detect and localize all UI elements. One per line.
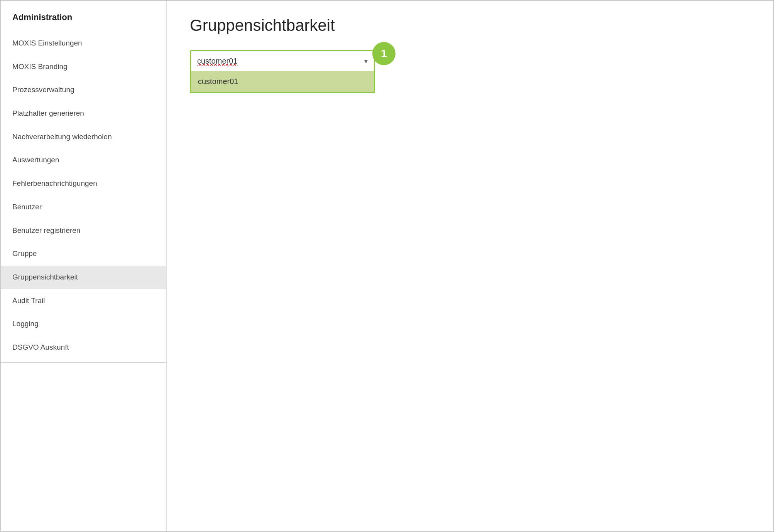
sidebar-item-fehlerbenachrichtigungen[interactable]: Fehlerbenachrichtigungen xyxy=(1,172,166,195)
combo-option[interactable]: customer01 xyxy=(191,71,374,92)
combo-wrapper: ▾ customer01 1 xyxy=(190,50,375,72)
combo-badge: 1 xyxy=(372,42,395,65)
sidebar-item-benutzer[interactable]: Benutzer xyxy=(1,195,166,219)
sidebar-item-logging[interactable]: Logging xyxy=(1,312,166,336)
combo-chevron-icon[interactable]: ▾ xyxy=(358,52,374,71)
combo-dropdown: customer01 xyxy=(190,71,375,93)
sidebar-item-moxis-einstellungen[interactable]: MOXIS Einstellungen xyxy=(1,32,166,55)
app-container: Administration MOXIS EinstellungenMOXIS … xyxy=(0,0,774,532)
sidebar-item-audit-trail[interactable]: Audit Trail xyxy=(1,289,166,313)
sidebar-item-benutzer-registrieren[interactable]: Benutzer registrieren xyxy=(1,219,166,242)
combo-input-row: ▾ xyxy=(191,51,374,71)
sidebar-item-nachverarbeitung-wiederholen[interactable]: Nachverarbeitung wiederholen xyxy=(1,125,166,149)
main-content: Gruppensichtbarkeit ▾ customer01 1 xyxy=(167,1,773,531)
sidebar-item-prozessverwaltung[interactable]: Prozessverwaltung xyxy=(1,78,166,102)
sidebar: Administration MOXIS EinstellungenMOXIS … xyxy=(1,1,167,531)
sidebar-item-moxis-branding[interactable]: MOXIS Branding xyxy=(1,55,166,79)
sidebar-item-gruppe[interactable]: Gruppe xyxy=(1,242,166,266)
sidebar-divider xyxy=(1,362,166,363)
sidebar-items: MOXIS EinstellungenMOXIS BrandingProzess… xyxy=(1,32,166,359)
sidebar-item-gruppensichtbarkeit[interactable]: Gruppensichtbarkeit xyxy=(1,266,166,289)
sidebar-item-dsgvo-auskunft[interactable]: DSGVO Auskunft xyxy=(1,336,166,359)
sidebar-title: Administration xyxy=(1,12,166,32)
sidebar-item-platzhalter-generieren[interactable]: Platzhalter generieren xyxy=(1,102,166,125)
sidebar-item-auswertungen[interactable]: Auswertungen xyxy=(1,148,166,172)
combo-input[interactable] xyxy=(191,51,358,71)
page-title: Gruppensichtbarkeit xyxy=(190,16,750,35)
